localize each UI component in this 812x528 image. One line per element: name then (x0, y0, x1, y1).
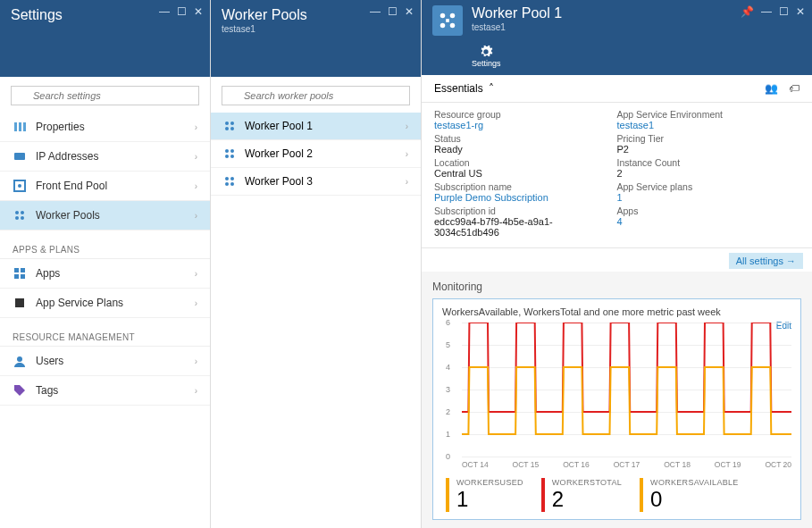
chevron-right-icon: › (195, 386, 197, 396)
minimize-icon[interactable]: ― (159, 5, 170, 18)
svg-rect-12 (14, 274, 19, 279)
menu-item-label: Properties (36, 121, 85, 133)
svg-point-5 (18, 184, 21, 188)
settings-command[interactable]: Settings (472, 45, 501, 68)
essentials-label: Essentials (434, 82, 483, 95)
worker-icon (13, 208, 27, 222)
chart-description: WorkersAvailable, WorkersTotal and one m… (442, 306, 791, 317)
properties-icon (13, 120, 27, 134)
counter-label: WORKERSAVAILABLE (650, 478, 739, 487)
counter-workersavailable: WORKERSAVAILABLE0 (640, 478, 739, 512)
x-tick: OCT 17 (614, 460, 640, 469)
worker-pools-blade: Worker Pools testase1 ― ☐ ✕ 🔍 Worker Poo… (211, 0, 422, 528)
menu-item-app-service-plans[interactable]: App Service Plans› (0, 289, 210, 318)
svg-rect-10 (14, 268, 19, 272)
all-settings-link[interactable]: All settings → (729, 253, 803, 269)
svg-rect-11 (21, 268, 25, 272)
close-icon[interactable]: ✕ (796, 5, 805, 18)
svg-point-25 (230, 177, 234, 180)
essentials-value[interactable]: 4 (617, 216, 800, 227)
svg-point-26 (225, 182, 229, 186)
menu-item-properties[interactable]: Properties› (0, 113, 210, 142)
essentials-row: Apps4 (617, 205, 800, 227)
svg-point-29 (450, 13, 456, 19)
svg-rect-13 (21, 274, 25, 279)
essentials-value[interactable]: testase1 (617, 120, 800, 130)
essentials-toggle[interactable]: Essentials ˄ 👥 🏷 (422, 75, 812, 103)
pin-icon[interactable]: 📌 (741, 5, 754, 18)
essentials-label: Resource group (434, 109, 617, 120)
chevron-right-icon: › (195, 269, 197, 279)
essentials-label: Status (434, 133, 617, 144)
chart-plot-area: 0123456 (462, 323, 791, 457)
worker-pool-item[interactable]: Worker Pool 1› (211, 113, 421, 140)
blade-header: 📌 ― ☐ ✕ Worker Pool 1 testase1 Settings (422, 0, 812, 75)
chart-counters: WORKERSUSED1WORKERSTOTAL2WORKERSAVAILABL… (442, 478, 791, 512)
window-controls: ― ☐ ✕ (370, 5, 414, 18)
worker-pool-detail-blade: 📌 ― ☐ ✕ Worker Pool 1 testase1 Settings … (422, 0, 812, 528)
essentials-value[interactable]: Purple Demo Subscription (434, 192, 617, 203)
close-icon[interactable]: ✕ (405, 5, 414, 18)
essentials-row: App Service plans1 (617, 181, 800, 203)
maximize-icon[interactable]: ☐ (388, 5, 398, 18)
essentials-label: Apps (617, 205, 800, 216)
essentials-label: Location (434, 157, 617, 168)
svg-point-15 (17, 356, 22, 362)
chevron-right-icon: › (195, 181, 197, 191)
x-tick: OCT 19 (715, 460, 741, 469)
worker-pool-item[interactable]: Worker Pool 2› (211, 140, 421, 168)
menu-item-ip-addresses[interactable]: IP Addresses› (0, 142, 210, 172)
ip-icon (13, 149, 27, 163)
section-header: RESOURCE MANAGEMENT (0, 323, 210, 347)
essentials-value[interactable]: testase1-rg (434, 120, 617, 130)
x-tick: OCT 15 (513, 460, 540, 469)
menu-item-users[interactable]: Users› (0, 347, 210, 376)
y-tick: 0 (446, 452, 450, 461)
counter-label: WORKERSTOTAL (552, 478, 622, 487)
frontend-icon (13, 179, 27, 193)
gear-icon (479, 45, 493, 59)
pool-item-label: Worker Pool 1 (245, 120, 313, 132)
x-tick: OCT 18 (664, 460, 691, 469)
svg-point-7 (21, 211, 24, 214)
window-controls: 📌 ― ☐ ✕ (741, 5, 805, 18)
roles-icon[interactable]: 👥 (765, 82, 778, 95)
close-icon[interactable]: ✕ (194, 5, 203, 18)
menu-item-apps[interactable]: Apps› (0, 259, 210, 289)
essentials-label: Subscription name (434, 181, 617, 192)
metrics-chart-card[interactable]: WorkersAvailable, WorkersTotal and one m… (432, 298, 801, 520)
maximize-icon[interactable]: ☐ (779, 5, 789, 18)
counter-workerstotal: WORKERSTOTAL2 (541, 478, 622, 512)
svg-rect-2 (23, 122, 26, 131)
search-worker-pools-input[interactable] (222, 86, 410, 105)
chart-x-axis: OCT 14OCT 15OCT 16OCT 17OCT 18OCT 19OCT … (462, 460, 791, 469)
y-tick: 4 (446, 363, 450, 372)
command-label: Settings (472, 59, 501, 68)
monitoring-label: Monitoring (432, 281, 801, 293)
monitoring-section: Monitoring WorkersAvailable, WorkersTota… (422, 272, 812, 528)
chevron-right-icon: › (406, 149, 408, 159)
svg-rect-0 (14, 122, 17, 131)
maximize-icon[interactable]: ☐ (177, 5, 187, 18)
minimize-icon[interactable]: ― (761, 5, 772, 18)
menu-item-front-end-pool[interactable]: Front End Pool› (0, 172, 210, 201)
pool-item-label: Worker Pool 3 (245, 175, 313, 188)
menu-item-label: Tags (36, 384, 58, 397)
minimize-icon[interactable]: ― (370, 5, 381, 18)
essentials-value: P2 (617, 144, 800, 155)
chevron-right-icon: › (195, 122, 197, 132)
essentials-label: Pricing Tier (617, 133, 800, 144)
menu-item-worker-pools[interactable]: Worker Pools› (0, 201, 210, 230)
tags-icon[interactable]: 🏷 (789, 82, 799, 95)
svg-point-22 (225, 155, 229, 158)
all-settings-label: All settings (736, 256, 783, 266)
y-tick: 1 (446, 430, 450, 439)
search-settings-input[interactable] (11, 86, 199, 105)
svg-rect-14 (15, 298, 24, 307)
chevron-right-icon: › (406, 177, 408, 187)
x-tick: OCT 14 (462, 460, 489, 469)
essentials-row: Instance Count2 (617, 157, 800, 179)
worker-pool-item[interactable]: Worker Pool 3› (211, 168, 421, 196)
menu-item-tags[interactable]: Tags› (0, 376, 210, 406)
essentials-value[interactable]: 1 (617, 192, 800, 203)
